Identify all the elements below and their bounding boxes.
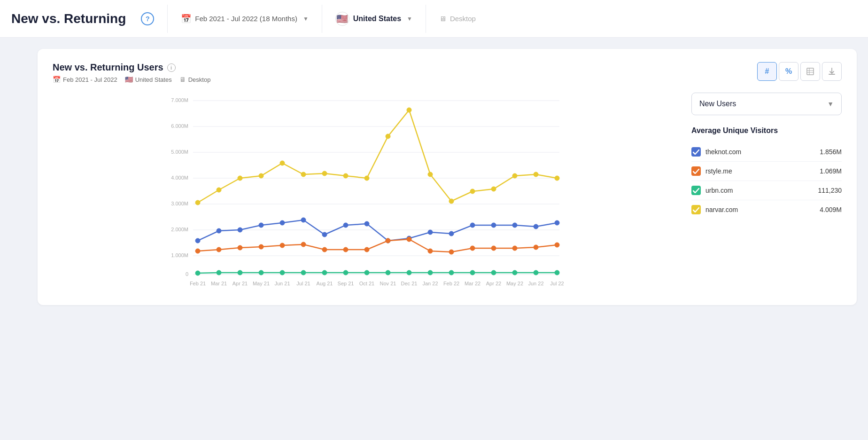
- svg-point-40: [217, 228, 221, 233]
- svg-point-76: [217, 270, 221, 275]
- legend-checkbox[interactable]: [691, 147, 701, 157]
- svg-point-58: [217, 247, 221, 252]
- svg-point-21: [195, 200, 200, 205]
- legend-value: 111,230: [818, 187, 842, 194]
- country-label: United States: [353, 15, 401, 23]
- svg-point-75: [195, 271, 200, 275]
- svg-point-90: [512, 270, 517, 275]
- right-panel: New Users ▼ Average Unique Visitors thek…: [691, 93, 842, 292]
- svg-point-53: [491, 223, 496, 228]
- chart-container: 7.000M 6.000M 5.000M 4.000M 3.000M 2.000…: [53, 93, 842, 292]
- svg-point-22: [217, 188, 221, 192]
- svg-point-83: [364, 270, 369, 275]
- date-range-picker[interactable]: 📅 Feb 2021 - Jul 2022 (18 Months) ▼: [181, 14, 309, 24]
- subtitle-country: 🇺🇸 United States: [125, 76, 172, 83]
- svg-point-47: [364, 221, 369, 226]
- percent-button[interactable]: %: [779, 62, 798, 81]
- svg-point-41: [238, 228, 242, 232]
- svg-point-73: [534, 245, 538, 250]
- card-title: New vs. Returning Users i: [53, 62, 210, 73]
- svg-text:1.000M: 1.000M: [171, 252, 188, 258]
- legend-domain: narvar.com: [705, 206, 820, 213]
- metric-dropdown[interactable]: New Users ▼: [691, 93, 842, 115]
- card-subtitle: 📅 Feb 2021 - Jul 2022 🇺🇸 United States 🖥…: [53, 76, 210, 83]
- svg-text:5.000M: 5.000M: [171, 149, 188, 155]
- svg-point-68: [428, 249, 433, 253]
- legend-value: 1.069M: [820, 167, 842, 175]
- calendar-icon: 📅: [181, 14, 191, 24]
- country-selector[interactable]: 🇺🇸 United States ▼: [335, 12, 412, 26]
- date-dropdown-arrow: ▼: [303, 16, 309, 22]
- card-title-area: New vs. Returning Users i 📅 Feb 2021 - J…: [53, 62, 210, 83]
- svg-text:Dec 21: Dec 21: [401, 281, 418, 286]
- svg-point-34: [470, 189, 475, 194]
- svg-point-54: [512, 223, 517, 228]
- svg-point-23: [238, 176, 242, 181]
- svg-point-51: [449, 231, 454, 236]
- svg-point-80: [301, 270, 306, 275]
- svg-point-74: [555, 243, 559, 247]
- svg-point-78: [259, 270, 264, 275]
- legend-checkbox[interactable]: [691, 205, 701, 214]
- svg-text:2.000M: 2.000M: [171, 227, 188, 232]
- metric-dropdown-arrow: ▼: [827, 100, 834, 108]
- legend-title: Average Unique Visitors: [691, 126, 842, 135]
- svg-text:Sep 21: Sep 21: [338, 281, 354, 286]
- svg-text:Jul 22: Jul 22: [550, 281, 564, 286]
- svg-point-85: [407, 270, 411, 275]
- subtitle-device: 🖥 Desktop: [179, 76, 211, 83]
- legend-item[interactable]: narvar.com 4.009M: [691, 200, 842, 219]
- svg-point-46: [343, 223, 348, 228]
- svg-point-87: [449, 270, 454, 275]
- subtitle-monitor-icon: 🖥: [179, 76, 186, 83]
- svg-point-69: [449, 250, 454, 254]
- hash-button[interactable]: #: [757, 62, 777, 81]
- svg-text:May 21: May 21: [253, 281, 270, 286]
- svg-point-65: [364, 247, 369, 252]
- svg-point-44: [301, 218, 306, 222]
- info-icon[interactable]: i: [167, 63, 176, 72]
- legend-item[interactable]: urbn.com 111,230: [691, 181, 842, 200]
- svg-text:Jun 22: Jun 22: [528, 281, 543, 286]
- legend-value: 4.009M: [820, 206, 842, 213]
- svg-text:Feb 22: Feb 22: [443, 281, 459, 286]
- legend-item[interactable]: rstyle.me 1.069M: [691, 162, 842, 181]
- svg-point-33: [449, 199, 454, 204]
- chart-area: 7.000M 6.000M 5.000M 4.000M 3.000M 2.000…: [53, 93, 676, 292]
- svg-text:4.000M: 4.000M: [171, 175, 188, 181]
- legend-item[interactable]: theknot.com 1.856M: [691, 142, 842, 162]
- svg-point-32: [428, 172, 433, 177]
- svg-text:Feb 21: Feb 21: [190, 281, 206, 286]
- svg-point-42: [259, 223, 264, 228]
- svg-text:Apr 22: Apr 22: [486, 281, 501, 286]
- legend-domain: rstyle.me: [705, 167, 820, 175]
- svg-text:3.000M: 3.000M: [171, 201, 188, 206]
- excel-button[interactable]: [800, 62, 820, 81]
- monitor-icon: 🖥: [439, 15, 446, 23]
- svg-point-25: [280, 161, 285, 165]
- svg-point-37: [534, 172, 538, 177]
- legend-value: 1.856M: [820, 148, 842, 156]
- legend-checkbox[interactable]: [691, 186, 701, 195]
- svg-point-86: [428, 270, 433, 275]
- svg-text:7.000M: 7.000M: [171, 97, 188, 103]
- svg-point-35: [491, 187, 496, 191]
- svg-point-64: [343, 247, 348, 252]
- line-chart: 7.000M 6.000M 5.000M 4.000M 3.000M 2.000…: [53, 93, 676, 290]
- country-dropdown-arrow: ▼: [407, 16, 412, 22]
- device-selector[interactable]: 🖥 Desktop: [439, 15, 476, 23]
- header-divider-2: [322, 5, 322, 33]
- svg-point-79: [280, 270, 285, 275]
- svg-point-30: [386, 134, 390, 139]
- svg-point-88: [470, 270, 475, 275]
- svg-point-45: [322, 232, 327, 237]
- svg-point-52: [470, 223, 475, 228]
- legend-checkbox[interactable]: [691, 166, 701, 176]
- subtitle-date: 📅 Feb 2021 - Jul 2022: [53, 76, 117, 83]
- country-flag: 🇺🇸: [335, 12, 349, 26]
- svg-point-61: [280, 243, 285, 248]
- help-icon[interactable]: ?: [141, 12, 154, 25]
- svg-point-82: [343, 270, 348, 275]
- download-button[interactable]: [822, 62, 842, 81]
- svg-point-84: [386, 270, 390, 275]
